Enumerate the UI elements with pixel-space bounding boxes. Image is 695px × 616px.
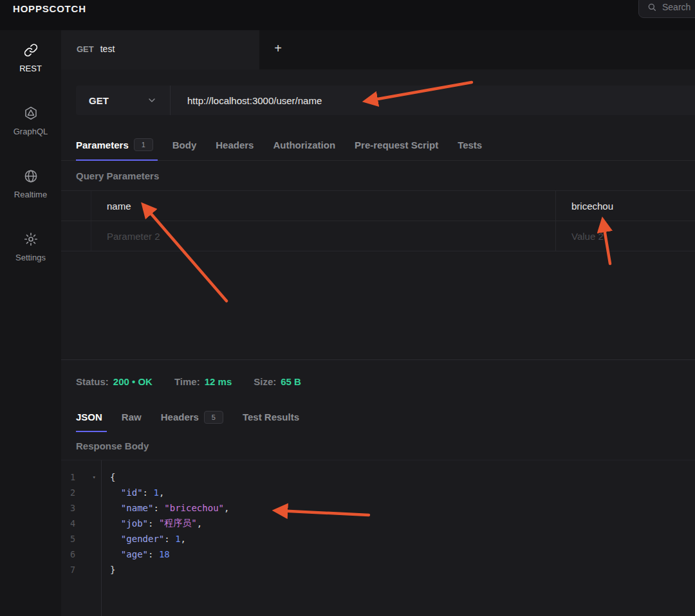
request-tab-authorization[interactable]: Authorization [263, 129, 345, 160]
param-key-input[interactable]: name [91, 191, 556, 221]
tab-label: Headers [161, 412, 199, 422]
parameters-table: namebricechouParameter 2Value 2 [61, 190, 695, 251]
code-line: } [110, 562, 695, 577]
meta-label: Time: [174, 376, 200, 387]
request-tab-pre-request-script[interactable]: Pre-request Script [345, 129, 448, 160]
request-tab-get-test[interactable]: GET test [61, 27, 259, 69]
code-token: "job" [121, 518, 148, 529]
code-token [110, 487, 121, 498]
param-value-input[interactable]: Value 2 [556, 221, 695, 251]
meta-label: Status: [76, 376, 109, 387]
line-number: 4 [70, 518, 75, 529]
line-number: 5 [70, 534, 75, 544]
response-body-editor: 1▾234567 { "id": 1, "name": "bricechou",… [61, 460, 695, 616]
code-token: : [143, 487, 154, 498]
meta-label: Size: [254, 376, 276, 387]
response-tab-headers[interactable]: Headers5 [151, 403, 233, 431]
query-parameters-title: Query Parameters [61, 161, 695, 190]
request-tab-tests[interactable]: Tests [448, 129, 492, 160]
hoppscotch-app: HOPPSCOTCH Search RESTGraphQLRealtimeSet… [0, 0, 695, 616]
code-token: 1 [175, 534, 180, 544]
code-token [110, 503, 121, 513]
response-meta-item: Time:12 ms [174, 376, 232, 387]
code-token: "bricechou" [164, 503, 224, 513]
app-logo[interactable]: HOPPSCOTCH [13, 3, 86, 14]
meta-value: 65 B [281, 376, 301, 387]
gutter-line: 7 [61, 562, 101, 577]
tab-method-label: GET [77, 44, 94, 54]
sidebar-item-realtime[interactable]: Realtime [0, 159, 61, 208]
code-token: , [224, 503, 229, 513]
sidebar-item-settings[interactable]: Settings [0, 222, 61, 271]
request-tab-headers[interactable]: Headers [206, 129, 263, 160]
param-key-input[interactable]: Parameter 2 [91, 221, 556, 251]
line-number: 6 [70, 549, 75, 559]
sidebar-item-rest[interactable]: REST [0, 33, 61, 82]
tab-label: Pre-request Script [355, 140, 438, 150]
response-tab-raw[interactable]: Raw [112, 403, 151, 431]
code-token: "age" [121, 549, 148, 559]
code-token: "程序员" [159, 518, 197, 529]
editor-gutter: 1▾234567 [61, 460, 102, 616]
chevron-down-icon [147, 95, 157, 105]
tab-label: Authorization [273, 140, 335, 150]
tab-label: JSON [76, 412, 102, 422]
url-input[interactable]: http://localhost:3000/user/name [171, 86, 695, 115]
fold-toggle-icon[interactable]: ▾ [93, 474, 96, 480]
code-token: : [148, 518, 159, 529]
search-input[interactable]: Search [638, 0, 695, 18]
code-token: { [110, 472, 115, 482]
code-token: , [197, 518, 202, 529]
code-token: "id" [121, 487, 143, 498]
response-meta: Status:200 • OKTime:12 msSize:65 B [61, 360, 695, 403]
request-tabs: Parameters1BodyHeadersAuthorizationPre-r… [61, 129, 695, 161]
code-line: "name": "bricechou", [110, 500, 695, 516]
gutter-line: 4 [61, 516, 101, 531]
request-bar-row: GET http://localhost:3000/user/name [61, 69, 695, 115]
tab-label: Tests [458, 140, 482, 150]
topbar: HOPPSCOTCH Search [0, 0, 695, 30]
editor-code: { "id": 1, "name": "bricechou", "job": "… [102, 460, 695, 616]
line-number: 3 [70, 503, 75, 513]
response-meta-item: Size:65 B [254, 376, 301, 387]
search-placeholder: Search [662, 2, 690, 12]
response-tab-test-results[interactable]: Test Results [233, 403, 309, 431]
link-icon [23, 42, 39, 58]
tab-title-label: test [100, 44, 115, 54]
tab-label: Parameters [76, 140, 129, 150]
code-line: "gender": 1, [110, 531, 695, 547]
response-body-title: Response Body [61, 431, 695, 460]
search-icon [647, 2, 657, 12]
line-number: 1 [70, 472, 75, 482]
code-token: : [148, 549, 159, 559]
response-tab-json[interactable]: JSON [76, 403, 112, 431]
new-tab-button[interactable]: + [259, 27, 297, 69]
method-selector[interactable]: GET [76, 86, 171, 115]
code-token: "gender" [121, 534, 164, 544]
main-panel: GET test + GET http://localhost:3000/use… [61, 27, 695, 616]
code-line: "id": 1, [110, 485, 695, 500]
sidebar-item-graphql[interactable]: GraphQL [0, 96, 61, 145]
gear-icon [23, 231, 39, 247]
sidebar-item-label: Realtime [14, 190, 47, 199]
line-number: 7 [70, 565, 75, 575]
code-token [110, 549, 121, 559]
code-token: : [153, 503, 164, 513]
request-tab-body[interactable]: Body [163, 129, 207, 160]
code-line: "age": 18 [110, 547, 695, 562]
response-panel: Status:200 • OKTime:12 msSize:65 B JSONR… [61, 359, 695, 616]
code-token [110, 518, 121, 529]
gutter-line: 3 [61, 500, 101, 516]
code-token: , [181, 534, 186, 544]
param-value-input[interactable]: bricechou [556, 191, 695, 221]
tab-badge: 1 [134, 138, 153, 151]
code-line: { [110, 469, 695, 485]
code-token: } [110, 565, 115, 575]
code-line: "job": "程序员", [110, 516, 695, 531]
sidebar-item-label: GraphQL [14, 127, 48, 136]
sidebar-item-label: REST [19, 64, 42, 73]
request-tab-parameters[interactable]: Parameters1 [76, 129, 163, 160]
tab-strip: GET test + [61, 27, 695, 69]
meta-value: 200 • OK [113, 376, 153, 387]
param-row: namebricechou [61, 191, 695, 221]
